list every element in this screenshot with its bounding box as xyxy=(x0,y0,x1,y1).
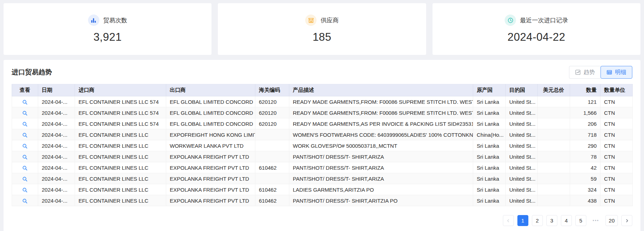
cell-importer: EFL CONTAINER LINES LLC 574 xyxy=(75,107,166,118)
cell-importer: EFL CONTAINER LINES LLC 574 xyxy=(75,96,166,107)
pagination-page-3[interactable]: 3 xyxy=(546,215,557,226)
cell-usd-total xyxy=(538,162,570,173)
cell-description: READY MADE GARMENTS,AS PER INVOICE & PAC… xyxy=(289,118,473,129)
table-row: 2024-04-...EFL CONTAINER LINES LLCWORKWE… xyxy=(12,140,633,151)
header-unit: 数量单位 xyxy=(601,84,633,96)
cell-quantity: 121 xyxy=(570,96,601,107)
pagination: 1 2 3 4 5 ••• 20 xyxy=(12,215,632,226)
cell-origin: Sri Lanka xyxy=(473,118,506,129)
pagination-page-last[interactable]: 20 xyxy=(605,215,618,226)
cell-exporter: EFL GLOBAL LIMITED CONCORD xyxy=(166,96,255,107)
view-record-icon[interactable] xyxy=(22,165,28,171)
cell-importer: EFL CONTAINER LINES LLC xyxy=(75,140,166,151)
cell-exporter: EXPOLANKA FREIGHT PVT LTD xyxy=(166,162,255,173)
view-record-icon[interactable] xyxy=(22,143,28,149)
cell-usd-total xyxy=(538,96,570,107)
cell-usd-total xyxy=(538,151,570,162)
cell-description: WOMEN'S FOOTWEARHS CODE: 6403999065LADIE… xyxy=(289,129,473,140)
cell-origin: Sri Lanka xyxy=(473,107,506,118)
cell-origin: Sri Lanka xyxy=(473,195,506,206)
cell-origin: Sri Lanka xyxy=(473,162,506,173)
cell-unit: CTN xyxy=(601,140,633,151)
cell-exporter: EXPOFREIGHT HONG KONG LIMITED xyxy=(166,129,255,140)
cell-view xyxy=(12,118,38,129)
cell-unit: CTN xyxy=(601,118,633,129)
view-record-icon[interactable] xyxy=(22,154,28,160)
header-origin: 原产国 xyxy=(473,84,506,96)
pagination-page-1[interactable]: 1 xyxy=(517,215,528,226)
cell-view xyxy=(12,96,38,107)
header-description: 产品描述 xyxy=(289,84,473,96)
pagination-page-2[interactable]: 2 xyxy=(532,215,543,226)
cell-description: PANT/SHOT/ DRESS/T- SHIRT,ARIZA xyxy=(289,151,473,162)
cell-exporter: EXPOLANKA FREIGHT PVT LTD xyxy=(166,173,255,184)
cell-description: READY MADE GARMENTS,FROM: F00086 SUPREME… xyxy=(289,107,473,118)
view-record-icon[interactable] xyxy=(22,176,28,182)
cell-description: PANT/SHOT/ DRESS/T- SHIRT,ARITZIA PO xyxy=(289,195,473,206)
cell-hs-code xyxy=(255,151,289,162)
cell-destination: United St... xyxy=(506,173,538,184)
stat-card-suppliers: 供应商 185 xyxy=(218,3,426,55)
detail-view-button[interactable]: 明细 xyxy=(601,66,632,79)
view-record-icon[interactable] xyxy=(22,198,28,204)
header-usd-total: 美元总价 xyxy=(538,84,570,96)
import-trend-panel: 进口贸易趋势 趋势 明细 查看 日期 进口商 xyxy=(4,60,640,231)
pagination-next-button[interactable] xyxy=(621,215,632,226)
cell-destination: United St... xyxy=(506,140,538,151)
cell-hs-code xyxy=(255,140,289,151)
cell-view xyxy=(12,129,38,140)
header-date: 日期 xyxy=(38,84,75,96)
cell-importer: EFL CONTAINER LINES LLC xyxy=(75,151,166,162)
stat-label: 供应商 xyxy=(320,16,338,24)
header-quantity: 数量 xyxy=(570,84,601,96)
cell-quantity: 290 xyxy=(570,140,601,151)
cell-origin: Sri Lanka xyxy=(473,151,506,162)
pagination-page-5[interactable]: 5 xyxy=(575,215,586,226)
cell-description: PANT/SHOT/ DRESS/T- SHIRT,ARIZA xyxy=(289,173,473,184)
header-exporter: 出口商 xyxy=(166,84,255,96)
pagination-ellipsis[interactable]: ••• xyxy=(590,215,602,226)
cell-quantity: 324 xyxy=(570,184,601,195)
cell-quantity: 1,566 xyxy=(570,107,601,118)
cell-usd-total xyxy=(538,107,570,118)
view-record-icon[interactable] xyxy=(22,122,28,127)
cell-unit: CTN xyxy=(601,107,633,118)
pagination-page-4[interactable]: 4 xyxy=(561,215,572,226)
table-row: 2024-04-...EFL CONTAINER LINES LLC 574EF… xyxy=(12,96,633,107)
cell-usd-total xyxy=(538,140,570,151)
cell-exporter: EXPOLANKA FREIGHT PVT LTD xyxy=(166,195,255,206)
cell-destination: United St... xyxy=(506,184,538,195)
bar-chart-icon xyxy=(88,15,99,26)
pagination-prev-button[interactable] xyxy=(503,215,514,226)
cell-description: WORK GLOVESP/O# 5000503718,,MCTNT xyxy=(289,140,473,151)
table-row: 2024-04-...EFL CONTAINER LINES LLC 574EF… xyxy=(12,107,633,118)
cell-usd-total xyxy=(538,173,570,184)
stat-card-trade-count: 贸易次数 3,921 xyxy=(4,3,211,55)
trend-view-button[interactable]: 趋势 xyxy=(569,66,601,79)
cell-date: 2024-04-... xyxy=(38,151,75,162)
cell-hs-code xyxy=(255,129,289,140)
view-record-icon[interactable] xyxy=(22,100,28,105)
table-row: 2024-04-...EFL CONTAINER LINES LLCEXPOLA… xyxy=(12,173,633,184)
cell-hs-code: 610462 xyxy=(255,184,289,195)
table-row: 2024-04-...EFL CONTAINER LINES LLCEXPOFR… xyxy=(12,129,633,140)
cell-date: 2024-04-... xyxy=(38,118,75,129)
cell-quantity: 59 xyxy=(570,173,601,184)
table-body: 2024-04-...EFL CONTAINER LINES LLC 574EF… xyxy=(12,96,633,206)
cell-usd-total xyxy=(538,118,570,129)
cell-quantity: 206 xyxy=(570,118,601,129)
cell-unit: CTN xyxy=(601,151,633,162)
cell-view xyxy=(12,184,38,195)
cell-exporter: EFL GLOBAL LIMITED CONCORD xyxy=(166,118,255,129)
cell-unit: CTN xyxy=(601,184,633,195)
trend-chart-icon xyxy=(575,69,581,75)
view-record-icon[interactable] xyxy=(22,133,28,138)
cell-view xyxy=(12,140,38,151)
cell-usd-total xyxy=(538,195,570,206)
cell-destination: United St... xyxy=(506,118,538,129)
cell-usd-total xyxy=(538,184,570,195)
view-record-icon[interactable] xyxy=(22,111,28,116)
table-row: 2024-04-...EFL CONTAINER LINES LLCEXPOLA… xyxy=(12,195,633,206)
table-header-row: 查看 日期 进口商 出口商 海关编码 产品描述 原产国 目的国 美元总价 数量 … xyxy=(12,84,633,96)
view-record-icon[interactable] xyxy=(22,187,28,193)
